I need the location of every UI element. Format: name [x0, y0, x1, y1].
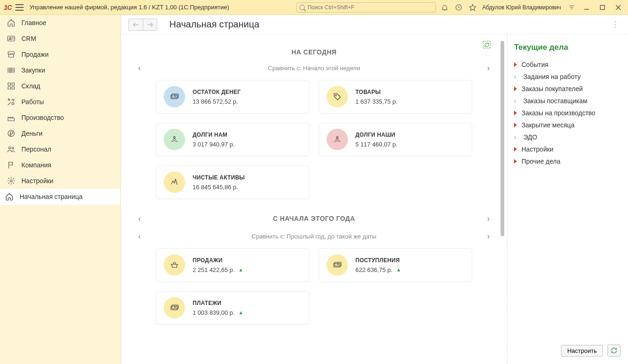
compare-prev-button[interactable]: ‹: [134, 62, 145, 73]
card-value: 622 636,75 р.▲: [355, 266, 401, 273]
user-name[interactable]: Абдулов Юрий Владимирович: [482, 4, 561, 11]
sidebar-item-tools[interactable]: Работы: [0, 94, 120, 110]
task-item[interactable]: Настройки: [514, 143, 621, 155]
sidebar-item-label: Компания: [21, 161, 51, 169]
task-item[interactable]: Заказы покупателей: [514, 83, 621, 95]
sidebar-item-home[interactable]: Главное: [0, 15, 120, 31]
task-item[interactable]: ›Заказы поставщикам: [514, 95, 621, 107]
workspace: Начальная страница ⋮ НА СЕГОДНЯ‹Сравнить…: [121, 15, 628, 364]
cash-icon: [164, 86, 185, 107]
task-item[interactable]: События: [514, 59, 621, 71]
card-value: 1 637 335,75 р.: [355, 98, 397, 105]
card-title: ЧИСТЫЕ АКТИВЫ: [193, 174, 245, 181]
scrollbar[interactable]: [500, 39, 505, 359]
dashboard-card[interactable]: ДОЛГИ НАМ3 017 940,97 р.: [156, 123, 309, 156]
sidebar-item-label: Главное: [21, 19, 47, 26]
svg-point-15: [12, 103, 14, 105]
refresh-icon[interactable]: [483, 41, 490, 48]
basket-icon: [164, 254, 185, 276]
nav-back-button[interactable]: [129, 19, 143, 30]
hand-person-icon: [327, 129, 348, 150]
compare-label: Сравнить с: Начало этой недели: [268, 65, 360, 72]
sidebar-item-label: Продажи: [21, 51, 48, 58]
section-prev-button[interactable]: ‹: [134, 213, 145, 224]
sidebar-item-barcode[interactable]: Закупки: [0, 62, 120, 78]
sidebar: ГлавноеCRMПродажиЗакупкиСкладРаботыПроиз…: [0, 15, 121, 364]
sidebar-item-people[interactable]: Персонал: [0, 141, 120, 157]
sidebar-item-grid[interactable]: Склад: [0, 78, 120, 94]
ruble-icon: [7, 129, 16, 138]
sidebar-item-id-card[interactable]: CRM: [0, 31, 120, 46]
task-item[interactable]: ›ЭДО: [514, 131, 621, 143]
maximize-button[interactable]: [596, 2, 608, 13]
trend-up-icon: ▲: [238, 310, 243, 315]
card-value: 5 117 460,07 р.: [355, 141, 397, 148]
section-heading: НА СЕГОДНЯ: [132, 48, 496, 56]
card-title: ПОСТУПЛЕНИЯ: [355, 257, 401, 264]
configure-button[interactable]: Настроить: [561, 345, 603, 357]
close-button[interactable]: [612, 2, 624, 13]
gear-icon: [7, 176, 16, 185]
dashboard-card[interactable]: ПЛАТЕЖИ1 003 839,00 р.▲: [156, 291, 309, 324]
minimize-button[interactable]: [581, 2, 593, 13]
history-icon[interactable]: [454, 2, 464, 13]
section-next-button[interactable]: ›: [483, 213, 494, 224]
sidebar-item-flag[interactable]: Компания: [0, 157, 120, 173]
burger-menu-icon[interactable]: [15, 4, 24, 11]
task-label: Задания на работу: [523, 73, 581, 80]
sidebar-item-gear[interactable]: Настройки: [0, 173, 120, 189]
dashboard-card[interactable]: ЧИСТЫЕ АКТИВЫ16 845 645,86 р.: [156, 165, 309, 199]
dashboard-card[interactable]: ДОЛГИ НАШИ5 117 460,07 р.: [319, 123, 472, 156]
task-item[interactable]: Закрытие месяца: [514, 119, 621, 131]
triangle-marker-icon: [514, 147, 517, 152]
search-input[interactable]: [307, 4, 433, 11]
sidebar-item-start-page[interactable]: Начальная страница: [0, 189, 120, 205]
titlebar: 1C Управление нашей фирмой, редакция 1.6…: [0, 0, 628, 15]
svg-point-18: [12, 147, 14, 149]
dashboard-card[interactable]: ТОВАРЫ1 637 335,75 р.: [319, 80, 472, 113]
task-item[interactable]: ›Задания на работу: [514, 71, 621, 83]
dashboard-card[interactable]: ПРОДАЖИ2 251 422,65 р.▲: [156, 248, 309, 282]
sidebar-item-factory[interactable]: Производство: [0, 110, 120, 126]
card-title: ПЛАТЕЖИ: [193, 300, 243, 306]
trend-up-icon: ▲: [396, 267, 401, 272]
task-item[interactable]: Прочие дела: [514, 155, 621, 167]
task-label: Заказы на производство: [521, 109, 595, 117]
card-value: 1 003 839,00 р.▲: [193, 309, 243, 316]
sidebar-item-store[interactable]: Продажи: [0, 46, 120, 62]
nav-forward-button[interactable]: [143, 19, 157, 30]
refresh-tasks-button[interactable]: [608, 344, 621, 357]
compare-prev-button[interactable]: ‹: [134, 231, 145, 242]
chevron-right-icon: ›: [514, 97, 519, 105]
user-menu-icon[interactable]: [567, 2, 577, 13]
svg-point-24: [174, 137, 175, 139]
task-label: Заказы поставщикам: [523, 97, 588, 105]
star-icon[interactable]: [468, 2, 478, 13]
svg-rect-12: [12, 83, 14, 85]
triangle-marker-icon: [514, 111, 517, 115]
compare-next-button[interactable]: ›: [483, 231, 494, 242]
search-box[interactable]: [296, 2, 436, 13]
tasks-heading: Текущие дела: [514, 43, 621, 52]
more-menu-icon[interactable]: ⋮: [610, 20, 621, 30]
id-card-icon: [7, 34, 16, 43]
logo-1c: 1C: [4, 3, 12, 11]
svg-point-25: [336, 137, 338, 139]
triangle-marker-icon: [514, 123, 517, 127]
svg-rect-13: [8, 87, 10, 89]
bell-icon[interactable]: [440, 2, 450, 13]
task-label: Прочие дела: [521, 158, 561, 165]
task-item[interactable]: Заказы на производство: [514, 107, 621, 119]
sidebar-item-ruble[interactable]: Деньги: [0, 126, 120, 141]
compare-next-button[interactable]: ›: [483, 62, 494, 73]
tasks-panel: Текущие дела События›Задания на работуЗа…: [507, 34, 628, 364]
sidebar-item-label: Закупки: [21, 66, 45, 74]
svg-point-22: [174, 95, 176, 97]
card-value: 16 845 645,86 р.: [193, 184, 245, 191]
scrollbar-thumb[interactable]: [501, 41, 504, 236]
pulse-icon: [164, 172, 185, 193]
dashboard-card[interactable]: ОСТАТОК ДЕНЕГ13 866 572,52 р.: [156, 80, 309, 113]
card-title: ПРОДАЖИ: [193, 257, 243, 264]
chevron-right-icon: ›: [514, 133, 519, 141]
dashboard-card[interactable]: ПОСТУПЛЕНИЯ622 636,75 р.▲: [319, 248, 472, 282]
